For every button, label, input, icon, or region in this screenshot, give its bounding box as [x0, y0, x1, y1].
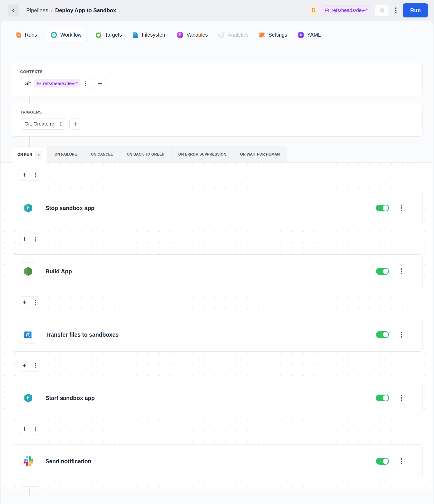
git-ref-wildcard-icon	[325, 8, 329, 13]
back-button[interactable]	[8, 5, 19, 16]
ref-settings-button[interactable]	[375, 4, 389, 17]
action-kebab-menu[interactable]	[398, 393, 405, 403]
context-chip-git[interactable]: Git refs/heads/dev-*	[20, 78, 91, 89]
tab-label: Variables	[186, 32, 208, 38]
trigger-chip-label: Git: Create ref	[24, 121, 56, 127]
tab-yaml[interactable]: YAML	[297, 31, 321, 38]
add-action-kebab[interactable]	[30, 486, 41, 489]
event-tab-on-back-to-green[interactable]: ON BACK TO GREEN	[120, 146, 172, 162]
plus-icon	[22, 426, 27, 432]
tab-targets[interactable]: Targets	[95, 31, 122, 38]
breadcrumb-pipelines[interactable]: Pipelines	[26, 7, 48, 14]
run-button[interactable]: Run	[403, 3, 428, 18]
settings-icon	[258, 31, 265, 38]
plus-icon	[22, 300, 27, 305]
header-kebab-menu[interactable]	[392, 5, 399, 15]
kebab-icon	[395, 10, 397, 11]
tab-workflow[interactable]: Workflow	[45, 28, 87, 42]
toggle-knob	[383, 395, 388, 401]
plus-icon	[22, 172, 27, 177]
breadcrumb-separator: /	[51, 7, 53, 14]
event-tab-on-cancel[interactable]: ON CANCEL	[84, 146, 120, 162]
add-action-kebab[interactable]	[30, 297, 41, 308]
add-action-button[interactable]	[19, 233, 30, 245]
analytics-icon	[218, 31, 225, 38]
add-action-row	[19, 423, 41, 435]
context-chip-label: Git	[24, 81, 31, 86]
tab-runs[interactable]: Runs	[15, 31, 37, 38]
kebab-icon	[35, 429, 36, 430]
add-action-button[interactable]	[19, 169, 30, 180]
kebab-icon	[60, 124, 62, 125]
ref-badge-label: refs/heads/dev-*	[332, 8, 368, 13]
event-tab-on-failure[interactable]: ON FAILURE	[47, 146, 84, 162]
action-icon-tile	[19, 199, 37, 217]
action-icon-tile	[19, 326, 37, 344]
add-action-row	[19, 360, 41, 371]
ref-badge[interactable]: refs/heads/dev-*	[321, 5, 371, 15]
add-action-row	[19, 297, 41, 308]
add-action-kebab[interactable]	[30, 423, 41, 435]
plus-icon	[22, 363, 27, 368]
toggle-knob	[383, 269, 388, 274]
nodejs-icon	[23, 266, 34, 277]
tab-variables[interactable]: Variables	[177, 31, 208, 38]
kebab-icon	[35, 365, 36, 366]
action-kebab-menu[interactable]	[398, 266, 405, 276]
tab-label: Workflow	[60, 32, 82, 38]
tab-analytics[interactable]: Analytics	[218, 31, 248, 38]
kebab-icon	[85, 83, 86, 84]
tab-filesystem[interactable]: Filesystem	[132, 31, 167, 38]
add-action-button[interactable]	[19, 297, 30, 308]
kebab-icon	[401, 397, 402, 399]
add-action-kebab[interactable]	[30, 233, 41, 245]
action-kebab-menu[interactable]	[398, 330, 405, 340]
event-tab-on-error-suppression[interactable]: ON ERROR SUPPRESSION	[171, 146, 233, 162]
action-enabled-toggle[interactable]	[376, 458, 389, 465]
add-action-button[interactable]	[19, 486, 30, 489]
sandbox-app-icon	[23, 393, 34, 403]
action-enabled-toggle[interactable]	[376, 395, 389, 401]
sandbox-app-icon	[23, 203, 34, 213]
add-context-button[interactable]	[94, 78, 106, 89]
action-icon-tile	[19, 389, 37, 407]
action-title: Stop sandbox app	[45, 205, 95, 211]
add-action-kebab[interactable]	[30, 360, 41, 371]
action-enabled-toggle[interactable]	[376, 268, 389, 275]
action-enabled-toggle[interactable]	[376, 205, 389, 211]
action-icon-tile	[19, 452, 37, 470]
action-card-transfer-files[interactable]: Transfer files to sandboxes	[12, 318, 423, 351]
toggle-knob	[383, 459, 388, 464]
breadcrumb: Pipelines / Deploy App to Sandbox	[26, 7, 116, 14]
variables-icon	[177, 31, 184, 38]
add-action-kebab[interactable]	[30, 169, 41, 180]
action-card-send-notification[interactable]: Send notification	[12, 444, 423, 478]
kebab-icon	[35, 239, 36, 240]
run-count-badge[interactable]: 5	[310, 5, 318, 15]
pipeline-tabbar: Runs Workflow Targets Filesystem Variabl…	[1, 21, 433, 49]
triggers-chip-row: Git: Create ref	[20, 118, 414, 130]
pipeline-panel: Runs Workflow Targets Filesystem Variabl…	[1, 21, 433, 504]
action-title: Build App	[45, 268, 72, 275]
tab-label: YAML	[307, 32, 321, 38]
add-action-button[interactable]	[19, 423, 30, 435]
context-chip-kebab[interactable]	[83, 79, 88, 88]
event-tab-on-wait-for-human[interactable]: ON WAIT FOR HUMAN	[233, 146, 287, 162]
event-tab-label: ON FAILURE	[54, 153, 77, 156]
action-kebab-menu[interactable]	[398, 456, 405, 466]
workflow-icon	[50, 31, 57, 38]
action-enabled-toggle[interactable]	[376, 331, 389, 338]
tab-settings[interactable]: Settings	[258, 31, 287, 38]
action-card-start-sandbox-app[interactable]: Start sandbox app	[12, 381, 423, 415]
event-tab-label: ON RUN	[18, 153, 32, 157]
filesystem-icon	[132, 31, 139, 38]
add-trigger-button[interactable]	[69, 118, 81, 130]
action-card-stop-sandbox-app[interactable]: Stop sandbox app	[12, 191, 423, 225]
trigger-chip-kebab[interactable]	[59, 120, 63, 128]
toggle-knob	[383, 332, 388, 337]
event-tab-on-run[interactable]: ON RUN 5	[12, 146, 48, 162]
trigger-chip-git-create-ref[interactable]: Git: Create ref	[20, 118, 66, 130]
add-action-button[interactable]	[19, 360, 30, 371]
action-card-build-app[interactable]: Build App	[12, 254, 423, 288]
action-kebab-menu[interactable]	[398, 203, 405, 213]
